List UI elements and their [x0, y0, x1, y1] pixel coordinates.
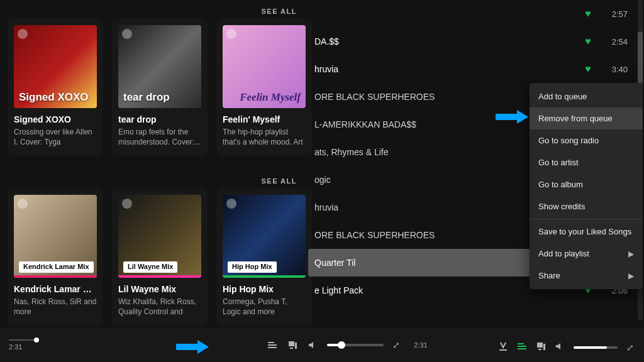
card-row-bottom: Kendrick Lamar Mix Kendrick Lamar Mix Na… [8, 189, 312, 326]
playlist-title: tear drop [118, 114, 201, 124]
context-menu-item[interactable]: Save to your Liked Songs [530, 221, 643, 243]
like-icon[interactable]: ♥ [579, 36, 597, 47]
volume-slider[interactable] [327, 344, 384, 346]
fullscreen-icon[interactable]: ⤢ [626, 343, 634, 353]
track-duration: 2:57 [597, 9, 628, 19]
mute-icon[interactable] [555, 341, 565, 353]
mix-desc: Nas, Rick Ross, SiR and more [14, 297, 97, 317]
mix-art: Lil Wayne Mix [118, 195, 201, 278]
playlist-card[interactable]: Feelin Myself Feelin' Myself The hip-hop… [216, 19, 312, 156]
context-menu-item[interactable]: Add to queue [530, 85, 643, 107]
mute-icon[interactable] [307, 339, 318, 351]
spotify-logo-icon [18, 199, 28, 209]
playlist-desc: The hip-hop playlist that's a whole mood… [223, 127, 306, 147]
playlist-card[interactable]: tear drop tear drop Emo rap feels for th… [112, 19, 208, 156]
mix-card[interactable]: Lil Wayne Mix Lil Wayne Mix Wiz Khalifa,… [112, 189, 208, 326]
playlist-desc: Crossing over like Allen I. Cover: Tyga [14, 127, 97, 147]
left-panel: SEE ALL Signed XOXO Signed XOXO Crossing… [0, 0, 308, 362]
context-menu-item[interactable]: Remove from queue [530, 107, 643, 129]
track-duration: 3:40 [597, 65, 628, 74]
track-title: DA.$$ [314, 36, 579, 47]
track-row[interactable]: hruvia♥3:40 [308, 55, 636, 83]
svg-marker-0 [496, 110, 528, 124]
mix-title: Kendrick Lamar Mix [14, 284, 97, 294]
queue-icon[interactable] [517, 341, 527, 353]
card-row-top: Signed XOXO Signed XOXO Crossing over li… [8, 19, 312, 156]
track-duration: 2:31 [414, 341, 427, 349]
like-icon[interactable]: ♥ [579, 8, 597, 19]
mix-card[interactable]: Hip Hop Mix Hip Hop Mix Cormega, Pusha T… [216, 189, 312, 326]
playback-position: 2:31 [9, 343, 22, 351]
track-title: hruvia [314, 64, 579, 74]
mix-desc: Wiz Khalifa, Rick Ross, Quality Control … [118, 297, 201, 317]
playlist-card[interactable]: Signed XOXO Signed XOXO Crossing over li… [8, 19, 103, 156]
context-menu-item[interactable]: Share▶ [530, 265, 643, 287]
now-playing-mini: 2:31 [0, 339, 50, 351]
playlist-art: Feelin Myself [223, 25, 306, 108]
spotify-logo-icon [122, 29, 132, 39]
devices-icon[interactable] [287, 339, 298, 351]
mix-art: Hip Hop Mix [223, 195, 306, 278]
spotify-logo-icon [18, 29, 28, 39]
annotation-arrow-icon [496, 110, 528, 124]
lyrics-icon[interactable] [498, 341, 508, 353]
spotify-logo-icon [226, 29, 236, 39]
context-menu-item[interactable]: Show credits [530, 195, 643, 217]
player-bar-right: ⤢ [498, 341, 634, 353]
devices-icon[interactable] [536, 341, 546, 353]
mix-card[interactable]: Kendrick Lamar Mix Kendrick Lamar Mix Na… [8, 189, 103, 326]
spotify-logo-icon [122, 199, 132, 209]
chevron-right-icon: ▶ [628, 272, 634, 280]
annotation-arrow-icon [176, 340, 209, 354]
volume-slider[interactable] [574, 346, 618, 349]
playlist-art: tear drop [118, 25, 201, 108]
context-menu-item[interactable]: Add to playlist▶ [530, 243, 643, 265]
track-row[interactable]: ♥2:57 [308, 0, 636, 28]
playlist-desc: Emo rap feels for the misunderstood. Cov… [118, 127, 201, 147]
see-all-link[interactable]: SEE ALL [261, 8, 297, 15]
mix-title: Lil Wayne Mix [118, 284, 201, 294]
player-bar: 2:31 ⤢ 2:31 ⤢ [0, 327, 644, 362]
svg-marker-1 [176, 340, 209, 354]
fullscreen-icon[interactable]: ⤢ [392, 340, 400, 350]
mix-title: Hip Hop Mix [223, 284, 306, 294]
track-duration: 2:54 [597, 37, 628, 47]
spotify-logo-icon [226, 199, 236, 209]
playlist-title: Signed XOXO [14, 114, 97, 124]
mix-art: Kendrick Lamar Mix [14, 195, 97, 278]
like-icon[interactable]: ♥ [579, 63, 597, 75]
context-menu-item[interactable]: Go to artist [530, 151, 643, 173]
see-all-link[interactable]: SEE ALL [261, 177, 297, 185]
track-row[interactable]: DA.$$♥2:54 [308, 28, 636, 55]
playlist-title: Feelin' Myself [223, 114, 306, 124]
chevron-right-icon: ▶ [628, 250, 634, 258]
queue-icon[interactable] [267, 339, 278, 351]
mix-desc: Cormega, Pusha T, Logic and more [223, 297, 306, 317]
track-title: Quarter Til [314, 258, 560, 268]
playlist-art: Signed XOXO [14, 25, 97, 108]
context-menu-item[interactable]: Go to song radio [530, 129, 643, 151]
context-menu: Add to queueRemove from queueGo to song … [530, 83, 643, 289]
context-menu-item[interactable]: Go to album [530, 173, 643, 195]
